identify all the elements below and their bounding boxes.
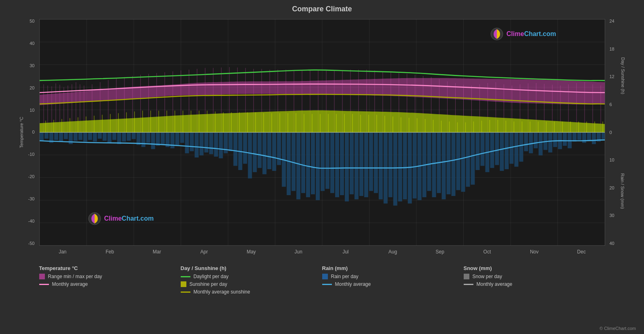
svg-rect-241 — [388, 132, 392, 197]
svg-rect-283 — [592, 132, 596, 144]
svg-rect-229 — [330, 132, 334, 193]
svg-rect-265 — [505, 132, 509, 169]
y-axis-right: 24 18 12 6 0 10 20 30 40 — [607, 19, 629, 246]
svg-rect-256 — [461, 132, 465, 192]
chart-svg — [40, 19, 605, 245]
page-title: Compare Climate — [292, 5, 352, 13]
climechart-logo-bottom-left: ClimeChart.com — [88, 212, 154, 225]
svg-rect-253 — [446, 132, 450, 194]
svg-rect-242 — [393, 132, 397, 206]
svg-rect-184 — [112, 132, 116, 140]
svg-rect-231 — [340, 132, 344, 195]
svg-rect-226 — [316, 132, 320, 200]
svg-rect-178 — [83, 132, 87, 142]
svg-rect-205 — [214, 132, 218, 157]
legend-rain-swatch — [322, 274, 328, 279]
svg-rect-197 — [175, 132, 179, 145]
svg-rect-264 — [500, 132, 504, 171]
y-axis-left: 50 40 30 20 10 0 -10 -20 -30 -40 -50 — [15, 19, 37, 246]
x-axis: Jan Feb Mar Apr May Jun Jul Aug Sep Oct … — [39, 246, 605, 258]
legend-sunshine-swatch — [181, 281, 186, 287]
svg-rect-259 — [475, 132, 479, 170]
svg-rect-194 — [160, 132, 165, 144]
svg-rect-225 — [311, 132, 315, 194]
legend-rain-avg-swatch — [322, 284, 332, 285]
svg-rect-198 — [180, 132, 184, 143]
legend-temperature-title: Temperature °C — [39, 265, 181, 271]
svg-rect-252 — [441, 132, 446, 199]
svg-rect-179 — [88, 132, 92, 140]
svg-rect-262 — [490, 132, 494, 168]
svg-rect-274 — [548, 132, 552, 153]
copyright: © ClimeChart.com — [600, 326, 636, 331]
legend-rain-avg: Monthly average — [322, 281, 464, 287]
svg-rect-222 — [296, 132, 300, 199]
svg-rect-187 — [127, 132, 131, 141]
svg-rect-234 — [354, 132, 358, 199]
svg-rect-172 — [54, 132, 58, 140]
svg-rect-275 — [553, 132, 557, 147]
svg-rect-267 — [514, 132, 518, 167]
svg-rect-188 — [131, 132, 135, 139]
svg-rect-196 — [170, 132, 174, 148]
svg-rect-246 — [412, 132, 416, 198]
svg-rect-185 — [117, 132, 121, 144]
chart-area: ClimeChart.com ClimeChart.com — [39, 19, 605, 246]
svg-rect-181 — [97, 132, 101, 139]
svg-rect-243 — [398, 132, 402, 202]
legend-daylight-swatch — [181, 276, 190, 277]
svg-rect-201 — [194, 132, 198, 157]
svg-rect-208 — [228, 132, 232, 151]
svg-rect-272 — [538, 132, 543, 155]
legend-temp-range-swatch — [39, 274, 45, 279]
svg-rect-180 — [93, 132, 97, 142]
svg-rect-218 — [277, 132, 281, 165]
svg-rect-183 — [107, 132, 111, 143]
svg-rect-211 — [243, 132, 247, 164]
svg-rect-263 — [495, 132, 499, 165]
svg-rect-224 — [306, 132, 310, 197]
svg-rect-170 — [44, 132, 48, 139]
svg-rect-268 — [519, 132, 523, 162]
svg-rect-269 — [524, 132, 528, 151]
svg-rect-266 — [509, 132, 513, 164]
legend-temperature: Temperature °C Range min / max per day M… — [39, 265, 181, 297]
legend-rain: Rain (mm) Rain per day Monthly average — [322, 265, 464, 297]
svg-rect-236 — [364, 132, 368, 197]
legend-snow-avg-swatch — [464, 284, 473, 285]
svg-rect-277 — [563, 132, 567, 146]
page-container: Compare Climate Temperature °C Day / Sun… — [0, 0, 644, 334]
svg-rect-191 — [146, 132, 150, 143]
svg-rect-279 — [572, 132, 576, 142]
svg-rect-258 — [471, 132, 475, 185]
svg-rect-174 — [63, 132, 68, 139]
legend-snow-swatch — [464, 274, 469, 279]
svg-rect-223 — [301, 132, 305, 193]
svg-rect-271 — [534, 132, 538, 148]
svg-rect-249 — [427, 132, 431, 191]
svg-rect-285 — [602, 132, 605, 139]
svg-rect-235 — [359, 132, 363, 196]
svg-rect-215 — [262, 132, 266, 174]
legend-snow-per-day: Snow per day — [464, 274, 605, 279]
svg-rect-199 — [185, 132, 189, 153]
svg-rect-260 — [480, 132, 484, 166]
svg-rect-280 — [577, 132, 581, 140]
svg-rect-203 — [204, 132, 208, 153]
climechart-logo-top-right: ClimeChart.com — [490, 28, 556, 40]
legend-area: Temperature °C Range min / max per day M… — [15, 262, 629, 297]
svg-rect-281 — [582, 132, 586, 143]
svg-rect-233 — [349, 132, 353, 194]
svg-rect-169 — [40, 132, 44, 141]
legend-temp-range: Range min / max per day — [39, 274, 181, 279]
svg-rect-232 — [344, 132, 348, 202]
svg-rect-239 — [378, 132, 382, 199]
legend-sunshine-per-day: Sunshine per day — [181, 281, 322, 287]
svg-rect-190 — [141, 132, 145, 147]
svg-rect-177 — [78, 132, 82, 140]
svg-rect-244 — [403, 132, 407, 199]
svg-rect-217 — [272, 132, 276, 171]
legend-sunshine-avg-swatch — [181, 291, 190, 293]
legend-snow-avg: Monthly average — [464, 281, 605, 287]
svg-rect-216 — [267, 132, 271, 169]
